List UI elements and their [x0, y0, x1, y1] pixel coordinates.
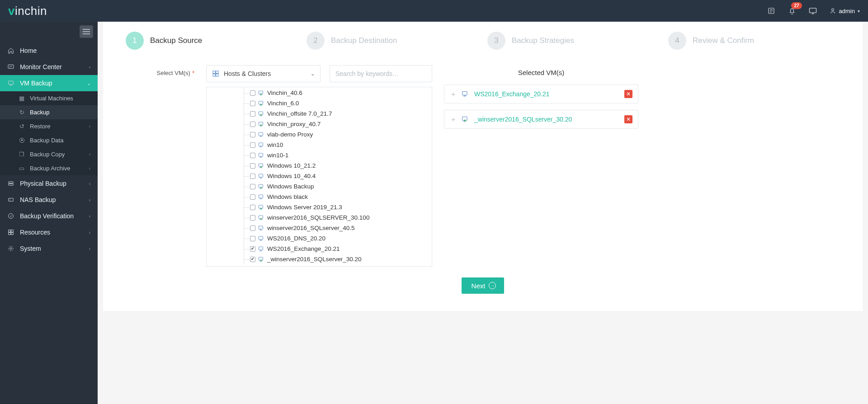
nav-vm-backup[interactable]: VM Backup ⌄	[0, 75, 98, 91]
chevron-down-icon: ▾	[858, 9, 860, 14]
checkbox[interactable]	[250, 257, 255, 262]
checkbox[interactable]	[250, 163, 255, 169]
tree-item[interactable]: vlab-demo Proxy	[207, 129, 432, 140]
svg-rect-11	[9, 233, 11, 235]
svg-rect-15	[216, 71, 218, 73]
expand-icon[interactable]: ＋	[450, 115, 456, 124]
user-name: admin	[839, 8, 855, 14]
svg-rect-12	[11, 233, 14, 235]
nav-monitor-center[interactable]: Monitor Center ‹	[0, 59, 98, 75]
svg-rect-65	[259, 226, 263, 229]
monitor-icon[interactable]	[808, 6, 817, 15]
topbar: vinchin 27 admin ▾	[0, 0, 868, 22]
tree-item[interactable]: WS2016_DNS_20.20	[207, 233, 432, 244]
checkbox[interactable]	[250, 122, 255, 127]
svg-rect-54	[259, 195, 263, 198]
user-menu[interactable]: admin ▾	[829, 7, 860, 14]
checkbox[interactable]	[250, 184, 255, 189]
search-input[interactable]	[330, 65, 432, 82]
checkbox[interactable]	[250, 194, 255, 200]
database-icon: ⦿	[18, 137, 25, 144]
tree-item[interactable]: Vinchin_offsite 7.0_21.7	[207, 108, 432, 119]
svg-rect-47	[259, 174, 263, 177]
next-button[interactable]: Next →	[462, 277, 505, 294]
svg-rect-17	[216, 74, 218, 76]
checkbox[interactable]	[250, 132, 255, 137]
svg-rect-39	[261, 146, 261, 146]
step-4[interactable]: 4Review & Confirm	[668, 32, 840, 50]
svg-rect-35	[260, 136, 262, 136]
selected-vm-name: WS2016_Exchange_20.21	[474, 90, 550, 98]
bell-icon[interactable]: 27	[788, 6, 797, 15]
step-2[interactable]: 2Backup Destination	[307, 32, 478, 50]
tree-item[interactable]: Windows Server 2019_21.3	[207, 202, 432, 212]
nav-nas-backup[interactable]: NAS Backup‹	[0, 192, 98, 208]
dropdown-label: Hosts & Clusters	[224, 70, 271, 77]
svg-rect-56	[261, 198, 261, 198]
vm-icon	[258, 100, 264, 107]
vm-name: Windows 10_21.2	[267, 162, 316, 169]
svg-rect-66	[260, 230, 262, 230]
svg-rect-41	[260, 157, 262, 157]
arrow-right-icon: →	[489, 282, 496, 289]
checkbox[interactable]	[250, 246, 255, 252]
checkbox[interactable]	[250, 215, 255, 221]
remove-button[interactable]: ✕	[624, 115, 632, 123]
vm-name: Vinchin_40.6	[267, 89, 302, 96]
vm-icon	[258, 215, 264, 221]
vm-icon	[258, 132, 264, 138]
sub-restore[interactable]: ↺Restore‹	[0, 119, 98, 133]
checkbox[interactable]	[250, 142, 255, 148]
sub-backup-copy[interactable]: ❐Backup Copy‹	[0, 147, 98, 161]
tree-item[interactable]: _winserver2016_SQLserver_30.20	[207, 254, 432, 264]
checkbox[interactable]	[250, 174, 255, 179]
tree-item[interactable]: Windows black	[207, 192, 432, 202]
tree-item[interactable]: Vinchin_proxy_40.7	[207, 119, 432, 129]
tree-item[interactable]: Windows Backup	[207, 181, 432, 192]
vm-icon	[258, 246, 264, 252]
step-3[interactable]: 3Backup Strategies	[487, 32, 659, 50]
svg-rect-34	[259, 132, 263, 136]
tree-item[interactable]: win10-1	[207, 150, 432, 160]
nav-resources[interactable]: Resources‹	[0, 224, 98, 240]
tree-item[interactable]: Windows 10_21.2	[207, 160, 432, 171]
checkbox[interactable]	[250, 101, 255, 106]
sidebar-toggle[interactable]	[80, 25, 93, 38]
vm-backup-submenu: ▦Virtual Machines ↻Backup ↺Restore‹ ⦿Bac…	[0, 91, 98, 175]
tree-item[interactable]: WS2016_Exchange_20.21	[207, 244, 432, 254]
checkbox[interactable]	[250, 111, 255, 117]
expand-icon[interactable]: ＋	[450, 90, 456, 99]
jobs-icon[interactable]	[767, 6, 776, 15]
checkbox[interactable]	[250, 225, 255, 231]
tree-item[interactable]: winserver2016_SQLSERVER_30.100	[207, 212, 432, 223]
sub-backup-data[interactable]: ⦿Backup Data	[0, 133, 98, 147]
tree-item[interactable]: Windows 10_40.4	[207, 171, 432, 181]
checkbox[interactable]	[250, 205, 255, 210]
selected-item: ＋_winserver2016_SQLserver_30.20✕	[444, 110, 638, 129]
nav-backup-verification[interactable]: Backup Verification‹	[0, 208, 98, 224]
chevron-left-icon: ‹	[89, 214, 90, 219]
sub-backup-archive[interactable]: ▭Backup Archive‹	[0, 161, 98, 175]
view-dropdown[interactable]: Hosts & Clusters ⌄	[206, 65, 321, 82]
wizard-steps: 1Backup Source 2Backup Destination 3Back…	[103, 22, 863, 65]
checkbox[interactable]	[250, 90, 255, 96]
vm-tree[interactable]: Vinchin_40.6Vinchin_6.0Vinchin_offsite 7…	[206, 87, 432, 267]
nav-label: VM Backup	[20, 80, 52, 87]
svg-rect-48	[260, 178, 262, 178]
remove-button[interactable]: ✕	[624, 90, 632, 98]
tree-item[interactable]: Vinchin_6.0	[207, 98, 432, 108]
tree-item[interactable]: win10	[207, 140, 432, 150]
nav-label: Physical Backup	[20, 180, 66, 187]
svg-rect-69	[260, 240, 262, 240]
sub-virtual-machines[interactable]: ▦Virtual Machines	[0, 91, 98, 105]
nav-home[interactable]: Home	[0, 42, 98, 59]
tree-item[interactable]: Vinchin_40.6	[207, 88, 432, 98]
nav-system[interactable]: System‹	[0, 240, 98, 257]
checkbox[interactable]	[250, 236, 255, 241]
checkbox[interactable]	[250, 153, 255, 158]
nav-physical-backup[interactable]: Physical Backup‹	[0, 175, 98, 192]
tree-item[interactable]: winserver2016_SQLserver_40.5	[207, 223, 432, 233]
step-1[interactable]: 1Backup Source	[126, 32, 297, 50]
sub-backup[interactable]: ↻Backup	[0, 105, 98, 119]
wizard-card: 1Backup Source 2Backup Destination 3Back…	[103, 22, 863, 311]
